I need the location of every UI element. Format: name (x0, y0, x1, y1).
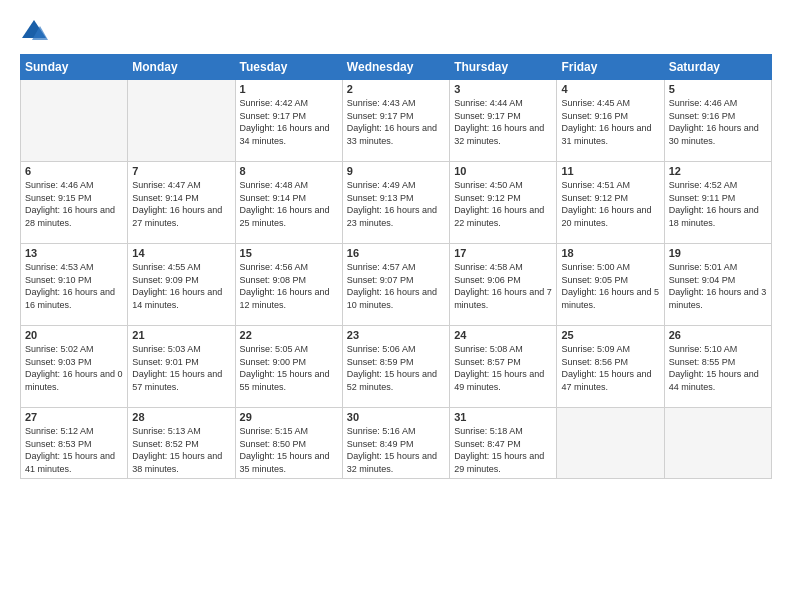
calendar-cell: 16Sunrise: 4:57 AM Sunset: 9:07 PM Dayli… (342, 244, 449, 326)
calendar-cell: 26Sunrise: 5:10 AM Sunset: 8:55 PM Dayli… (664, 326, 771, 408)
day-info: Sunrise: 5:01 AM Sunset: 9:04 PM Dayligh… (669, 261, 767, 311)
calendar-cell: 2Sunrise: 4:43 AM Sunset: 9:17 PM Daylig… (342, 80, 449, 162)
calendar-cell: 25Sunrise: 5:09 AM Sunset: 8:56 PM Dayli… (557, 326, 664, 408)
day-number: 29 (240, 411, 338, 423)
day-info: Sunrise: 4:47 AM Sunset: 9:14 PM Dayligh… (132, 179, 230, 229)
calendar-cell: 21Sunrise: 5:03 AM Sunset: 9:01 PM Dayli… (128, 326, 235, 408)
day-info: Sunrise: 4:55 AM Sunset: 9:09 PM Dayligh… (132, 261, 230, 311)
calendar-cell: 17Sunrise: 4:58 AM Sunset: 9:06 PM Dayli… (450, 244, 557, 326)
day-info: Sunrise: 4:44 AM Sunset: 9:17 PM Dayligh… (454, 97, 552, 147)
calendar-cell: 20Sunrise: 5:02 AM Sunset: 9:03 PM Dayli… (21, 326, 128, 408)
calendar-cell: 27Sunrise: 5:12 AM Sunset: 8:53 PM Dayli… (21, 408, 128, 479)
day-number: 4 (561, 83, 659, 95)
calendar-cell: 10Sunrise: 4:50 AM Sunset: 9:12 PM Dayli… (450, 162, 557, 244)
calendar-cell: 29Sunrise: 5:15 AM Sunset: 8:50 PM Dayli… (235, 408, 342, 479)
day-number: 19 (669, 247, 767, 259)
day-info: Sunrise: 5:13 AM Sunset: 8:52 PM Dayligh… (132, 425, 230, 475)
day-info: Sunrise: 5:06 AM Sunset: 8:59 PM Dayligh… (347, 343, 445, 393)
day-info: Sunrise: 4:50 AM Sunset: 9:12 PM Dayligh… (454, 179, 552, 229)
day-number: 15 (240, 247, 338, 259)
day-info: Sunrise: 4:53 AM Sunset: 9:10 PM Dayligh… (25, 261, 123, 311)
day-info: Sunrise: 4:46 AM Sunset: 9:16 PM Dayligh… (669, 97, 767, 147)
calendar-cell: 6Sunrise: 4:46 AM Sunset: 9:15 PM Daylig… (21, 162, 128, 244)
day-number: 27 (25, 411, 123, 423)
header (20, 18, 772, 46)
calendar-cell (21, 80, 128, 162)
logo (20, 18, 52, 46)
day-info: Sunrise: 4:45 AM Sunset: 9:16 PM Dayligh… (561, 97, 659, 147)
day-number: 22 (240, 329, 338, 341)
week-row-5: 27Sunrise: 5:12 AM Sunset: 8:53 PM Dayli… (21, 408, 772, 479)
page: SundayMondayTuesdayWednesdayThursdayFrid… (0, 0, 792, 612)
weekday-header-friday: Friday (557, 55, 664, 80)
calendar-cell: 1Sunrise: 4:42 AM Sunset: 9:17 PM Daylig… (235, 80, 342, 162)
calendar-cell: 31Sunrise: 5:18 AM Sunset: 8:47 PM Dayli… (450, 408, 557, 479)
calendar-cell (557, 408, 664, 479)
day-number: 3 (454, 83, 552, 95)
day-info: Sunrise: 5:10 AM Sunset: 8:55 PM Dayligh… (669, 343, 767, 393)
weekday-header-tuesday: Tuesday (235, 55, 342, 80)
day-number: 7 (132, 165, 230, 177)
calendar-cell: 22Sunrise: 5:05 AM Sunset: 9:00 PM Dayli… (235, 326, 342, 408)
day-number: 18 (561, 247, 659, 259)
day-number: 24 (454, 329, 552, 341)
calendar-cell: 15Sunrise: 4:56 AM Sunset: 9:08 PM Dayli… (235, 244, 342, 326)
day-number: 6 (25, 165, 123, 177)
day-info: Sunrise: 4:58 AM Sunset: 9:06 PM Dayligh… (454, 261, 552, 311)
weekday-header-wednesday: Wednesday (342, 55, 449, 80)
day-info: Sunrise: 4:42 AM Sunset: 9:17 PM Dayligh… (240, 97, 338, 147)
logo-icon (20, 18, 48, 46)
day-number: 13 (25, 247, 123, 259)
header-row: SundayMondayTuesdayWednesdayThursdayFrid… (21, 55, 772, 80)
day-info: Sunrise: 5:03 AM Sunset: 9:01 PM Dayligh… (132, 343, 230, 393)
week-row-2: 6Sunrise: 4:46 AM Sunset: 9:15 PM Daylig… (21, 162, 772, 244)
calendar-cell (664, 408, 771, 479)
day-number: 26 (669, 329, 767, 341)
calendar-cell: 23Sunrise: 5:06 AM Sunset: 8:59 PM Dayli… (342, 326, 449, 408)
calendar-cell: 30Sunrise: 5:16 AM Sunset: 8:49 PM Dayli… (342, 408, 449, 479)
day-info: Sunrise: 4:48 AM Sunset: 9:14 PM Dayligh… (240, 179, 338, 229)
day-number: 23 (347, 329, 445, 341)
day-info: Sunrise: 5:02 AM Sunset: 9:03 PM Dayligh… (25, 343, 123, 393)
week-row-1: 1Sunrise: 4:42 AM Sunset: 9:17 PM Daylig… (21, 80, 772, 162)
day-number: 31 (454, 411, 552, 423)
calendar-cell: 28Sunrise: 5:13 AM Sunset: 8:52 PM Dayli… (128, 408, 235, 479)
weekday-header-thursday: Thursday (450, 55, 557, 80)
calendar-cell: 4Sunrise: 4:45 AM Sunset: 9:16 PM Daylig… (557, 80, 664, 162)
day-number: 9 (347, 165, 445, 177)
day-number: 14 (132, 247, 230, 259)
day-info: Sunrise: 5:00 AM Sunset: 9:05 PM Dayligh… (561, 261, 659, 311)
calendar-cell: 5Sunrise: 4:46 AM Sunset: 9:16 PM Daylig… (664, 80, 771, 162)
week-row-3: 13Sunrise: 4:53 AM Sunset: 9:10 PM Dayli… (21, 244, 772, 326)
calendar-cell: 3Sunrise: 4:44 AM Sunset: 9:17 PM Daylig… (450, 80, 557, 162)
calendar-cell: 12Sunrise: 4:52 AM Sunset: 9:11 PM Dayli… (664, 162, 771, 244)
day-info: Sunrise: 4:46 AM Sunset: 9:15 PM Dayligh… (25, 179, 123, 229)
weekday-header-sunday: Sunday (21, 55, 128, 80)
calendar-table: SundayMondayTuesdayWednesdayThursdayFrid… (20, 54, 772, 479)
day-number: 21 (132, 329, 230, 341)
day-number: 5 (669, 83, 767, 95)
calendar-cell: 11Sunrise: 4:51 AM Sunset: 9:12 PM Dayli… (557, 162, 664, 244)
calendar-cell: 18Sunrise: 5:00 AM Sunset: 9:05 PM Dayli… (557, 244, 664, 326)
day-number: 2 (347, 83, 445, 95)
calendar-cell: 9Sunrise: 4:49 AM Sunset: 9:13 PM Daylig… (342, 162, 449, 244)
day-info: Sunrise: 5:08 AM Sunset: 8:57 PM Dayligh… (454, 343, 552, 393)
day-number: 17 (454, 247, 552, 259)
day-info: Sunrise: 5:05 AM Sunset: 9:00 PM Dayligh… (240, 343, 338, 393)
weekday-header-monday: Monday (128, 55, 235, 80)
day-info: Sunrise: 5:15 AM Sunset: 8:50 PM Dayligh… (240, 425, 338, 475)
day-number: 8 (240, 165, 338, 177)
day-info: Sunrise: 4:57 AM Sunset: 9:07 PM Dayligh… (347, 261, 445, 311)
week-row-4: 20Sunrise: 5:02 AM Sunset: 9:03 PM Dayli… (21, 326, 772, 408)
day-number: 28 (132, 411, 230, 423)
calendar-cell (128, 80, 235, 162)
day-number: 1 (240, 83, 338, 95)
day-info: Sunrise: 4:51 AM Sunset: 9:12 PM Dayligh… (561, 179, 659, 229)
day-info: Sunrise: 5:09 AM Sunset: 8:56 PM Dayligh… (561, 343, 659, 393)
day-info: Sunrise: 4:49 AM Sunset: 9:13 PM Dayligh… (347, 179, 445, 229)
calendar-cell: 8Sunrise: 4:48 AM Sunset: 9:14 PM Daylig… (235, 162, 342, 244)
calendar-cell: 24Sunrise: 5:08 AM Sunset: 8:57 PM Dayli… (450, 326, 557, 408)
day-number: 10 (454, 165, 552, 177)
day-info: Sunrise: 4:52 AM Sunset: 9:11 PM Dayligh… (669, 179, 767, 229)
calendar-cell: 19Sunrise: 5:01 AM Sunset: 9:04 PM Dayli… (664, 244, 771, 326)
